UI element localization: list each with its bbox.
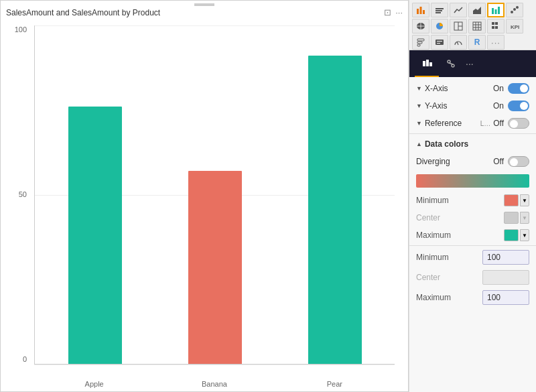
viz-icon-kpi[interactable]: KPI	[506, 19, 523, 34]
expand-icon[interactable]: ⊡	[384, 7, 391, 17]
viz-icon-treemap[interactable]	[450, 19, 467, 34]
svg-rect-27	[492, 26, 494, 29]
yaxis-label: Y-Axis	[425, 101, 493, 111]
svg-rect-5	[436, 12, 441, 13]
svg-rect-2	[423, 10, 425, 14]
minimum-input[interactable]	[482, 250, 529, 265]
format-more[interactable]: ···	[463, 54, 476, 77]
svg-rect-7	[492, 8, 494, 14]
x-axis: Apple Banana Pear	[34, 380, 395, 388]
reference-toggle-knob	[510, 120, 518, 128]
bar-banana[interactable]	[188, 171, 242, 364]
tab-analytics[interactable]	[439, 54, 463, 77]
viz-row-2: KPI	[412, 19, 533, 34]
yaxis-value: On	[493, 101, 504, 111]
reference-toggle[interactable]	[508, 118, 529, 129]
yaxis-toggle-knob	[520, 102, 528, 110]
setting-row-diverging[interactable]: Diverging Off	[409, 153, 536, 170]
center-color-swatch-btn[interactable]: ▼	[504, 212, 529, 224]
viz-icon-bar2[interactable]	[431, 3, 448, 17]
viz-icon-more-options[interactable]: ···	[487, 35, 505, 50]
viz-icon-matrix[interactable]	[487, 19, 505, 34]
y-label-100: 100	[15, 25, 27, 34]
viz-icon-table[interactable]	[468, 19, 486, 34]
diverging-toggle-knob	[510, 158, 518, 166]
maximum-color-swatch-btn[interactable]: ▼	[504, 229, 529, 241]
input-row-maximum: Maximum	[409, 287, 536, 308]
x-label-pear: Pear	[275, 380, 395, 388]
minimum-color-dropdown[interactable]: ▼	[520, 194, 529, 206]
viz-icon-map[interactable]	[412, 19, 429, 34]
viz-icon-bar[interactable]	[412, 3, 429, 17]
center-color-swatch	[504, 212, 519, 224]
viz-icon-r[interactable]: R	[468, 35, 486, 50]
svg-rect-32	[417, 44, 420, 46]
center-color-dropdown[interactable]: ▼	[520, 212, 529, 224]
drag-handle[interactable]	[194, 3, 214, 6]
maximum-input[interactable]	[482, 290, 529, 305]
reference-ellipsis: L…	[480, 120, 491, 127]
xaxis-chevron: ▼	[416, 85, 422, 92]
data-colors-label: Data colors	[425, 139, 529, 149]
svg-rect-39	[429, 62, 432, 66]
input-center-label: Center	[416, 273, 482, 282]
setting-row-reference[interactable]: ▼ Reference L… Off	[409, 115, 536, 132]
svg-text:KPI: KPI	[511, 24, 519, 30]
xaxis-toggle[interactable]	[508, 83, 529, 94]
bars-container	[34, 25, 395, 365]
input-row-center: Center	[409, 267, 536, 287]
minimum-color-label: Minimum	[416, 196, 504, 205]
viz-icon-scatter[interactable]	[506, 3, 523, 17]
tab-format[interactable]	[415, 54, 439, 77]
svg-rect-30	[417, 39, 424, 41]
maximum-color-dropdown[interactable]: ▼	[520, 229, 529, 241]
chart-area: 100 50 0 Apple Banana Pear	[1, 19, 408, 391]
input-maximum-label: Maximum	[416, 293, 482, 302]
svg-line-36	[457, 42, 458, 45]
svg-rect-31	[417, 42, 422, 44]
svg-point-11	[513, 8, 516, 11]
input-minimum-label: Minimum	[416, 253, 482, 262]
color-row-center: Center ▼	[409, 209, 536, 226]
svg-line-42	[449, 63, 453, 64]
svg-rect-33	[436, 40, 444, 45]
minimum-color-swatch-btn[interactable]: ▼	[504, 194, 529, 206]
chart-title: SalesAmount and SalesAmount by Product	[6, 8, 160, 17]
diverging-toggle[interactable]	[508, 156, 529, 167]
svg-rect-20	[473, 22, 481, 30]
reference-chevron: ▼	[416, 120, 422, 127]
viz-icon-slicer[interactable]	[412, 35, 429, 50]
more-icon[interactable]: ···	[395, 7, 403, 17]
viz-icon-line[interactable]	[450, 3, 467, 17]
viz-icon-card[interactable]	[431, 35, 448, 50]
viz-icon-gauge[interactable]	[450, 35, 467, 50]
setting-row-xaxis[interactable]: ▼ X-Axis On	[409, 80, 536, 97]
format-tabs: ···	[409, 50, 536, 77]
svg-rect-37	[423, 61, 425, 66]
y-label-50: 50	[19, 190, 27, 198]
data-colors-chevron: ▲	[416, 141, 422, 147]
chart-panel: SalesAmount and SalesAmount by Product ⊡…	[0, 0, 409, 392]
bar-apple[interactable]	[68, 107, 122, 364]
viz-icon-pie[interactable]	[431, 19, 448, 34]
yaxis-toggle[interactable]	[508, 101, 529, 111]
svg-point-12	[516, 6, 519, 9]
section-data-colors[interactable]: ▲ Data colors	[409, 135, 536, 153]
xaxis-value: On	[493, 84, 504, 93]
bar-pear[interactable]	[308, 56, 362, 364]
divider-2	[409, 245, 536, 246]
viz-icon-column-active[interactable]	[487, 3, 505, 17]
viz-icon-area[interactable]	[468, 3, 486, 17]
color-row-maximum: Maximum ▼	[409, 226, 536, 244]
svg-rect-3	[436, 8, 444, 9]
xaxis-label: X-Axis	[425, 84, 493, 93]
svg-rect-1	[420, 7, 422, 14]
svg-point-41	[452, 64, 454, 67]
center-input[interactable]	[482, 270, 529, 285]
maximum-color-label: Maximum	[416, 231, 504, 240]
setting-row-yaxis[interactable]: ▼ Y-Axis On	[409, 97, 536, 115]
maximum-color-swatch	[504, 229, 519, 241]
svg-rect-34	[437, 41, 442, 42]
viz-icons-section: KPI R ···	[409, 0, 536, 50]
x-label-banana: Banana	[154, 380, 274, 388]
